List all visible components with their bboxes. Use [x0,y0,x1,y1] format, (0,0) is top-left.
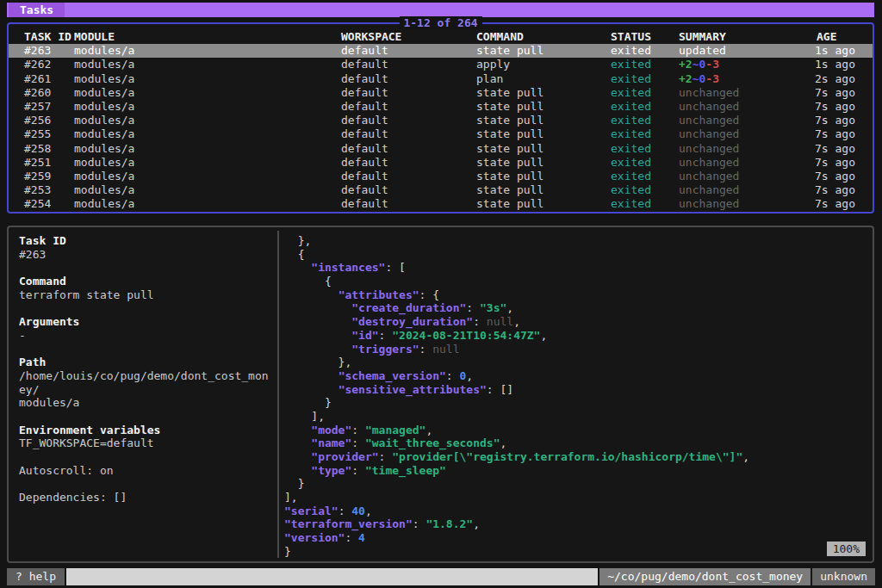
task-cell-status: exited [611,58,651,71]
detail-value [19,450,274,464]
task-cell-module: modules/a [74,100,134,114]
task-cell-workspace: default [341,197,388,211]
tasks-table: 1-12 of 264 TASK ID MODULE WORKSPACE COM… [7,22,874,214]
json-line: }, [284,234,867,248]
task-row[interactable]: #260modules/adefaultstate pullexitedunch… [9,86,873,100]
detail-label: Path [19,356,274,369]
detail-value [19,301,274,315]
json-line: ], [284,410,867,424]
task-row[interactable]: #256modules/adefaultstate pullexitedunch… [9,114,873,127]
task-row[interactable]: #255modules/adefaultstate pullexitedunch… [9,127,873,141]
task-cell-age: 7s ago [815,127,855,141]
json-line: { [284,248,867,262]
detail-value [19,261,274,275]
task-cell-summary: +2~0-3 [679,58,719,71]
json-line: "mode": "managed", [284,424,867,437]
column-header-summary: SUMMARY [679,30,726,44]
task-cell-command: state pull [476,170,543,183]
task-cell-age: 2s ago [815,72,855,86]
task-cell-age: 7s ago [815,100,855,114]
task-cell-workspace: default [341,114,388,127]
task-cell-summary: unchanged [679,197,739,211]
detail-value: ey/ [19,383,274,397]
task-cell-summary: unchanged [679,100,739,114]
detail-label: Arguments [19,315,274,329]
task-row[interactable]: #257modules/adefaultstate pullexitedunch… [9,100,873,114]
task-cell-workspace: default [341,127,388,141]
task-cell-age: 7s ago [815,197,855,211]
task-cell-status: exited [611,170,651,183]
detail-value: - [19,329,274,343]
task-cell-id: #259 [24,170,51,183]
task-cell-status: exited [611,72,651,86]
json-line: "provider": "provider[\"registry.terrafo… [284,450,867,464]
task-cell-summary: updated [679,44,726,58]
task-cell-workspace: default [341,100,388,114]
detail-label: Task ID [19,234,274,248]
task-cell-command: state pull [476,197,543,211]
task-cell-workspace: default [341,170,388,183]
json-line: "terraform_version": "1.8.2", [284,517,867,531]
task-cell-module: modules/a [74,156,134,170]
status-filler [66,568,598,585]
task-cell-age: 7s ago [815,86,855,100]
help-hint[interactable]: ? help [7,568,65,585]
json-line: ], [284,491,867,504]
task-cell-age: 7s ago [815,142,855,156]
task-row[interactable]: #258modules/adefaultstate pullexitedunch… [9,142,873,156]
task-cell-id: #256 [24,114,51,127]
task-cell-command: state pull [476,100,543,114]
detail-value [19,343,274,356]
json-line: "id": "2024-08-21T10:54:47Z", [284,329,867,343]
terminal-screen: Tasks 1-12 of 264 TASK ID MODULE WORKSPA… [0,0,882,588]
task-cell-command: state pull [476,44,543,58]
task-cell-command: state pull [476,114,543,127]
task-cell-workspace: default [341,142,388,156]
task-cell-command: state pull [476,86,543,100]
task-cell-command: state pull [476,183,543,197]
task-cell-command: apply [476,58,510,71]
task-cell-command: plan [476,72,503,86]
task-cell-module: modules/a [74,127,134,141]
scroll-percentage-badge: 100% [827,542,866,556]
column-header-task-id: TASK ID [24,30,71,44]
detail-value [19,410,274,424]
task-cell-workspace: default [341,86,388,100]
task-cell-workspace: default [341,72,388,86]
task-row[interactable]: #263modules/adefaultstate pullexitedupda… [9,44,873,58]
task-cell-summary: unchanged [679,183,739,197]
json-line: "type": "time_sleep" [284,464,867,478]
detail-value [19,477,274,491]
json-line: "schema_version": 0, [284,369,867,383]
task-cell-age: 7s ago [815,156,855,170]
column-header-status: STATUS [611,30,651,44]
task-cell-id: #255 [24,127,51,141]
task-row[interactable]: #261modules/adefaultplanexited+2~0-32s a… [9,72,873,86]
task-cell-summary: unchanged [679,127,739,141]
task-cell-module: modules/a [74,183,134,197]
task-row[interactable]: #259modules/adefaultstate pullexitedunch… [9,170,873,183]
json-line: "triggers": null [284,343,867,356]
column-header-module: MODULE [74,30,115,44]
task-cell-status: exited [611,44,651,58]
task-cell-status: exited [611,127,651,141]
task-row[interactable]: #253modules/adefaultstate pullexitedunch… [9,183,873,197]
task-cell-workspace: default [341,156,388,170]
task-cell-id: #263 [24,44,51,58]
task-cell-module: modules/a [74,58,134,71]
json-line: "sensitive_attributes": [] [284,383,867,397]
task-info-panel: Task ID#263 Commandterraform state pull … [19,234,274,504]
task-cell-id: #253 [24,183,51,197]
task-cell-module: modules/a [74,44,134,58]
task-cell-id: #258 [24,142,51,156]
json-line: }, [284,356,867,369]
task-cell-status: exited [611,100,651,114]
task-cell-workspace: default [341,183,388,197]
task-row[interactable]: #262modules/adefaultapplyexited+2~0-31s … [9,58,873,71]
task-output-panel[interactable]: }, { "instances": [ { "attributes": { "c… [284,234,867,559]
detail-value: modules/a [19,396,274,410]
task-row[interactable]: #254modules/adefaultstate pullexitedunch… [9,197,873,211]
json-line: "version": 4 [284,531,867,545]
task-row[interactable]: #251modules/adefaultstate pullexitedunch… [9,156,873,170]
task-cell-summary: unchanged [679,170,739,183]
